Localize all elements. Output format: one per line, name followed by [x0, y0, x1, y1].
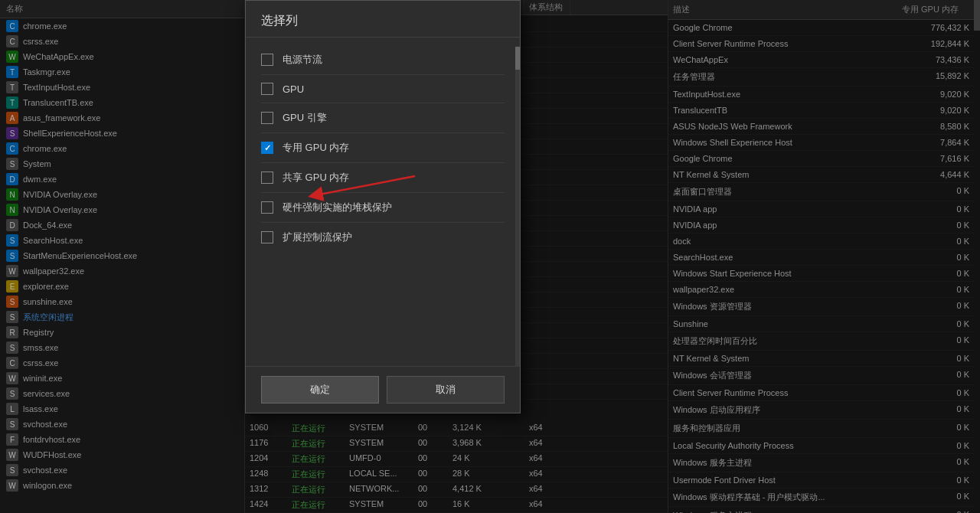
- dialog-overlay: 选择列 电源节流 GPU GPU 引擎 专用 GPU 内存 共享 GPU 内存 …: [0, 0, 980, 513]
- select-columns-dialog: 选择列 电源节流 GPU GPU 引擎 专用 GPU 内存 共享 GPU 内存 …: [245, 0, 521, 413]
- checkbox-dedicated_gpu[interactable]: [261, 142, 273, 154]
- checkbox-item[interactable]: 共享 GPU 内存: [261, 163, 505, 193]
- checkbox-label-stack_protection: 硬件强制实施的堆栈保护: [283, 201, 392, 214]
- checkbox-label-power: 电源节流: [283, 53, 322, 67]
- checkbox-gpu[interactable]: [261, 83, 273, 95]
- checkbox-label-shared_gpu: 共享 GPU 内存: [283, 171, 349, 185]
- checkbox-item[interactable]: GPU 引擎: [261, 103, 505, 133]
- confirm-button[interactable]: 确定: [261, 376, 379, 404]
- dialog-footer: 确定 取消: [246, 366, 520, 413]
- checkbox-item[interactable]: 硬件强制实施的堆栈保护: [261, 193, 505, 223]
- checkbox-shared_gpu[interactable]: [261, 172, 273, 184]
- checkbox-power[interactable]: [261, 54, 273, 66]
- checkbox-item[interactable]: 专用 GPU 内存: [261, 133, 505, 163]
- checkbox-label-gpu: GPU: [283, 83, 304, 95]
- checkbox-list: 电源节流 GPU GPU 引擎 专用 GPU 内存 共享 GPU 内存 硬件强制…: [261, 45, 505, 252]
- checkbox-item[interactable]: 扩展控制流保护: [261, 223, 505, 252]
- checkbox-label-gpu_engine: GPU 引擎: [283, 111, 327, 125]
- checkbox-label-flow_guard: 扩展控制流保护: [283, 230, 352, 244]
- cancel-button[interactable]: 取消: [387, 376, 505, 404]
- checkbox-flow_guard[interactable]: [261, 231, 273, 243]
- checkbox-stack_protection[interactable]: [261, 201, 273, 214]
- checkbox-item[interactable]: GPU: [261, 75, 505, 103]
- dialog-title: 选择列: [246, 1, 520, 38]
- dialog-scrollbar-thumb: [515, 47, 520, 70]
- checkbox-label-dedicated_gpu: 专用 GPU 内存: [283, 141, 349, 155]
- checkbox-gpu_engine[interactable]: [261, 112, 273, 124]
- dialog-content: 电源节流 GPU GPU 引擎 专用 GPU 内存 共享 GPU 内存 硬件强制…: [246, 38, 520, 366]
- dialog-scrollbar[interactable]: [515, 47, 520, 367]
- checkbox-item[interactable]: 电源节流: [261, 45, 505, 75]
